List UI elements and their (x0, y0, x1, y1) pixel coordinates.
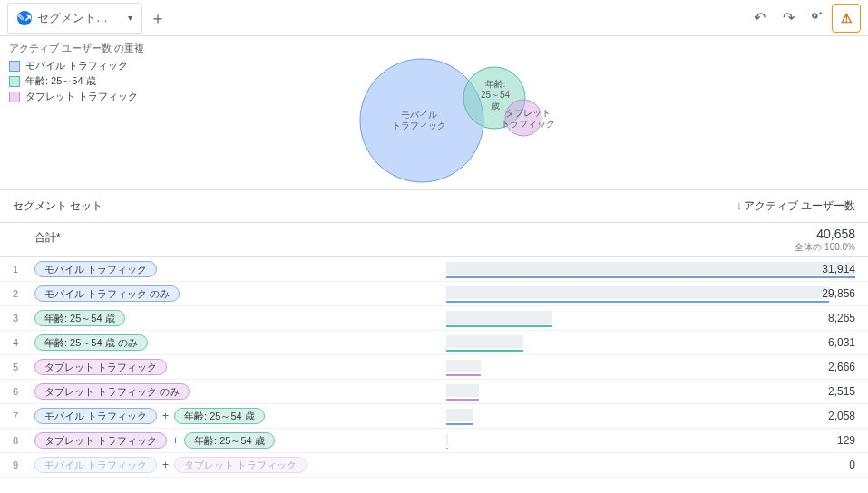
bar: 0 (446, 453, 855, 478)
chip-tablet[interactable]: タブレット トラフィック (174, 457, 307, 473)
chevron-down-icon[interactable]: ▾ (124, 13, 132, 23)
chip-tablet-only[interactable]: タブレット トラフィック のみ (34, 383, 190, 400)
venn-purple-label2: トラフィック (501, 119, 555, 129)
bar: 2,666 (446, 355, 855, 380)
legend-item-tablet[interactable]: タブレット トラフィック (9, 90, 144, 103)
undo-button[interactable]: ↶ (745, 4, 774, 33)
chip-mobile[interactable]: モバイル トラフィック (34, 408, 157, 424)
col-active-users[interactable]: アクティブ ユーザー数 (736, 199, 855, 212)
legend-item-mobile[interactable]: モバイル トラフィック (9, 59, 144, 72)
svg-point-5 (505, 100, 541, 136)
legend-label: 年齢: 25～54 歳 (25, 74, 96, 88)
edit-icon: ✎ (17, 11, 32, 25)
bar: 29,856 (446, 282, 855, 306)
redo-button[interactable]: ↷ (774, 4, 803, 33)
plus-icon: + (162, 410, 169, 422)
plus-icon: + (162, 459, 169, 471)
row-value: 2,666 (828, 361, 855, 373)
table-row[interactable]: 8 タブレット トラフィック + 年齢: 25～54 歳 129 (0, 429, 868, 453)
legend: アクティブ ユーザー数 の重複 モバイル トラフィック 年齢: 25～54 歳 … (9, 42, 144, 105)
table-header: セグメント セット アクティブ ユーザー数 (0, 190, 868, 223)
legend-item-age[interactable]: 年齢: 25～54 歳 (9, 74, 144, 88)
chip-age[interactable]: 年齢: 25～54 歳 (174, 408, 265, 424)
share-icon (809, 10, 825, 26)
venn-panel: アクティブ ユーザー数 の重複 モバイル トラフィック 年齢: 25～54 歳 … (0, 36, 868, 190)
bar: 129 (446, 429, 855, 453)
warning-button[interactable]: ⚠ (832, 4, 861, 33)
row-value: 6,031 (828, 336, 855, 349)
tab-label: セグメントの… (37, 10, 119, 26)
venn-teal-label3: 歳 (491, 101, 500, 111)
table-row[interactable]: 2 モバイル トラフィック のみ 29,856 (0, 282, 868, 306)
row-value: 8,265 (828, 312, 855, 324)
totals-label: 合計* (13, 227, 446, 246)
chip-age[interactable]: 年齢: 25～54 歳 (184, 432, 275, 449)
totals-value: 40,658 (446, 227, 855, 241)
toolbar: ✎ セグメントの… ▾ ＋ ↶ ↷ ⚠ (0, 0, 868, 36)
bar: 6,031 (446, 331, 855, 355)
table-row[interactable]: 6 タブレット トラフィック のみ 2,515 (0, 380, 868, 404)
chip-mobile[interactable]: モバイル トラフィック (34, 457, 157, 473)
chip-mobile-only[interactable]: モバイル トラフィック のみ (34, 285, 180, 302)
table-row[interactable]: 5 タブレット トラフィック 2,666 (0, 355, 868, 380)
totals-sub: 全体の 100.0% (446, 241, 855, 254)
chip-mobile[interactable]: モバイル トラフィック (34, 261, 157, 277)
chip-tablet[interactable]: タブレット トラフィック (34, 432, 167, 449)
venn-purple-label1: タブレット (505, 108, 551, 118)
row-value: 31,914 (822, 263, 855, 276)
col-segment-set[interactable]: セグメント セット (13, 198, 446, 214)
table-row[interactable]: 3 年齢: 25～54 歳 8,265 (0, 306, 868, 331)
bar: 31,914 (446, 257, 855, 282)
table-row[interactable]: 1 モバイル トラフィック 31,914 (0, 257, 868, 282)
chip-age[interactable]: 年齢: 25～54 歳 (34, 310, 125, 326)
chip-age-only[interactable]: 年齢: 25～54 歳 のみ (34, 334, 148, 351)
swatch-teal (9, 76, 20, 87)
table-row[interactable]: 7 モバイル トラフィック + 年齢: 25～54 歳 2,058 (0, 404, 868, 429)
warning-icon: ⚠ (841, 11, 853, 25)
row-value: 0 (849, 459, 855, 471)
venn-blue-label: モバイル (401, 110, 437, 120)
legend-label: タブレット トラフィック (25, 90, 138, 103)
table-row[interactable]: 9 モバイル トラフィック + タブレット トラフィック 0 (0, 453, 868, 478)
tab-segment-overlap[interactable]: ✎ セグメントの… ▾ (7, 3, 142, 34)
bar: 2,058 (446, 404, 855, 429)
swatch-blue (9, 61, 20, 72)
venn-teal-label2: 25～54 (481, 90, 511, 100)
swatch-purple (9, 92, 20, 102)
plus-icon: + (172, 434, 179, 447)
row-value: 2,515 (828, 385, 855, 398)
legend-title: アクティブ ユーザー数 の重複 (9, 42, 144, 55)
bar: 2,515 (446, 380, 855, 404)
bar: 8,265 (446, 306, 855, 331)
table-body: 1 モバイル トラフィック 31,914 2 モバイル トラフィック のみ 29… (0, 257, 868, 478)
chip-tablet[interactable]: タブレット トラフィック (34, 359, 167, 375)
totals-row: 合計* 40,658 全体の 100.0% (0, 223, 868, 257)
table-row[interactable]: 4 年齢: 25～54 歳 のみ 6,031 (0, 331, 868, 355)
row-value: 2,058 (828, 410, 855, 422)
share-button[interactable] (803, 4, 832, 33)
venn-teal-label1: 年齢: (485, 79, 506, 89)
legend-label: モバイル トラフィック (25, 59, 128, 72)
row-value: 129 (837, 434, 855, 447)
row-value: 29,856 (822, 287, 855, 300)
venn-diagram[interactable]: モバイルトラフィック 年齢: 25～54 歳 タブレット トラフィック (345, 44, 671, 188)
add-tab-button[interactable]: ＋ (142, 3, 173, 34)
